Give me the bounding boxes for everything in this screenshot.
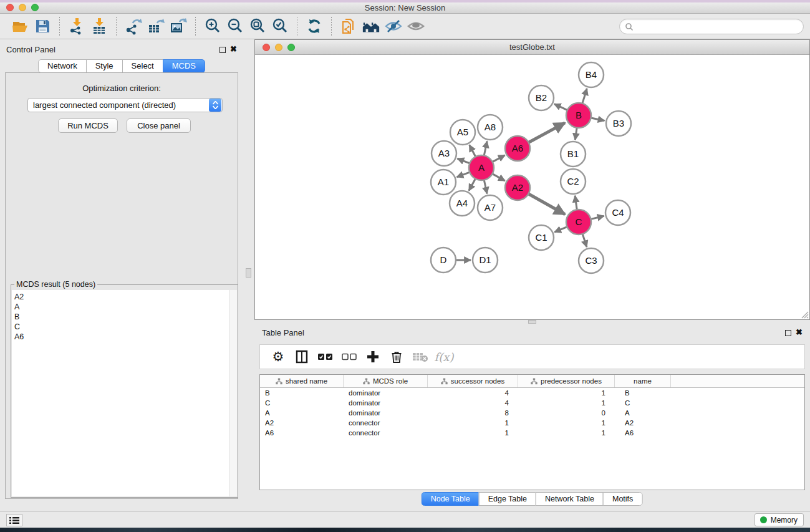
edge-A-A5[interactable] — [470, 145, 476, 157]
optimization-criterion-select[interactable]: largest connected component (directed) — [27, 98, 223, 112]
node-A1[interactable]: A1 — [431, 170, 456, 195]
list-item[interactable]: B — [12, 312, 237, 322]
tab-style[interactable]: Style — [86, 59, 123, 73]
node-B[interactable]: B — [566, 103, 591, 128]
table-row[interactable]: Cdominator41C — [260, 398, 804, 408]
network-canvas[interactable]: B4B2BB3A8A5A6A3B1AA1C2A2A4A7C4CC1C3DD1 — [255, 55, 809, 319]
vertical-split-handle[interactable] — [246, 268, 251, 278]
column-header-successor-nodes[interactable]: successor nodes — [428, 375, 518, 387]
node-A8[interactable]: A8 — [478, 115, 503, 140]
list-item[interactable]: A6 — [12, 332, 237, 342]
node-C[interactable]: C — [566, 210, 591, 235]
search-input[interactable] — [634, 19, 803, 34]
delete-column-icon[interactable] — [387, 348, 406, 365]
node-B2[interactable]: B2 — [529, 85, 554, 110]
edge-C-C3[interactable] — [582, 234, 587, 247]
unselect-all-icon[interactable] — [340, 348, 359, 365]
gear-icon[interactable]: ⚙ — [269, 348, 287, 365]
edge-A-A8[interactable] — [484, 141, 487, 155]
column-header-mcds-role[interactable]: MCDS role — [344, 375, 428, 387]
mcds-result-list[interactable]: A2ABCA6 — [12, 290, 237, 496]
node-A2[interactable]: A2 — [505, 175, 530, 200]
search-field[interactable] — [619, 19, 804, 34]
column-header-shared-name[interactable]: shared name — [260, 375, 344, 387]
float-table-panel-icon[interactable] — [785, 330, 791, 336]
node-A4[interactable]: A4 — [450, 191, 475, 216]
close-panel-icon[interactable]: ✖ — [230, 44, 237, 54]
export-network-icon[interactable] — [124, 17, 143, 36]
run-mcds-button[interactable]: Run MCDS — [58, 118, 118, 133]
edge-A2-C[interactable] — [528, 194, 565, 215]
edge-A6-B[interactable] — [529, 123, 565, 143]
node-A7[interactable]: A7 — [478, 195, 503, 220]
zoom-in-icon[interactable] — [203, 17, 222, 36]
tab-network[interactable]: Network — [38, 59, 87, 73]
column-header-predecessor-nodes[interactable]: predecessor nodes — [518, 375, 615, 387]
node-C1[interactable]: C1 — [529, 225, 554, 250]
node-D[interactable]: D — [431, 248, 456, 273]
edge-B-B2[interactable] — [554, 104, 567, 110]
edge-A-A6[interactable] — [493, 155, 505, 162]
add-column-icon[interactable] — [364, 348, 382, 365]
select-all-icon[interactable] — [316, 348, 335, 365]
show-details-icon[interactable] — [407, 17, 425, 36]
tab-mcds[interactable]: MCDS — [163, 59, 205, 73]
close-table-panel-icon[interactable]: ✖ — [796, 327, 803, 337]
table-row[interactable]: A2connector11A2 — [260, 418, 804, 428]
edge-C-C4[interactable] — [591, 216, 604, 219]
import-table-icon[interactable] — [90, 17, 108, 36]
task-history-button[interactable] — [6, 514, 22, 526]
open-file-icon[interactable] — [11, 17, 29, 36]
edge-C-C1[interactable] — [554, 227, 567, 232]
node-A5[interactable]: A5 — [450, 120, 475, 145]
scrollbar-track[interactable] — [229, 290, 237, 496]
list-item[interactable]: C — [12, 322, 237, 332]
refresh-icon[interactable] — [305, 17, 324, 36]
edge-A-A2[interactable] — [493, 174, 505, 181]
node-B1[interactable]: B1 — [561, 142, 586, 167]
horizontal-split-handle[interactable] — [528, 320, 536, 324]
close-panel-button[interactable]: Close panel — [127, 118, 191, 133]
zoom-out-icon[interactable] — [226, 17, 244, 36]
node-B4[interactable]: B4 — [579, 62, 604, 87]
columns-icon[interactable] — [292, 348, 311, 365]
zoom-selected-icon[interactable] — [271, 17, 289, 36]
list-item[interactable]: A — [12, 302, 237, 312]
column-header-name[interactable]: name — [615, 375, 671, 387]
node-B3[interactable]: B3 — [606, 111, 631, 136]
float-panel-icon[interactable] — [219, 47, 226, 53]
network-file-icon[interactable] — [339, 17, 358, 36]
node-C4[interactable]: C4 — [605, 200, 630, 225]
table-row[interactable]: A6connector11A6 — [260, 428, 804, 438]
node-A[interactable]: A — [469, 155, 494, 180]
save-session-icon[interactable] — [33, 17, 52, 36]
tab-node-table[interactable]: Node Table — [422, 492, 480, 506]
edge-B-B4[interactable] — [582, 89, 587, 104]
export-table-icon[interactable] — [147, 17, 165, 36]
table-row[interactable]: Adominator80A — [260, 408, 804, 418]
hide-details-icon[interactable] — [384, 17, 403, 36]
zoom-fit-icon[interactable] — [248, 17, 267, 36]
export-image-icon[interactable] — [169, 17, 188, 36]
edge-C-C2[interactable] — [575, 196, 577, 210]
node-C3[interactable]: C3 — [579, 248, 604, 273]
tab-motifs[interactable]: Motifs — [603, 492, 642, 506]
edge-A-A4[interactable] — [469, 179, 475, 191]
edge-B-B3[interactable] — [591, 118, 605, 120]
tab-network-table[interactable]: Network Table — [536, 492, 604, 506]
resize-grip-icon[interactable] — [800, 310, 809, 319]
tab-edge-table[interactable]: Edge Table — [479, 492, 536, 506]
node-A3[interactable]: A3 — [432, 141, 456, 166]
table-row[interactable]: Bdominator41B — [260, 388, 804, 398]
node-A6[interactable]: A6 — [505, 136, 530, 161]
node-D1[interactable]: D1 — [473, 248, 498, 273]
home-network-icon[interactable] — [362, 17, 380, 36]
edge-B-B1[interactable] — [575, 128, 577, 140]
tab-select[interactable]: Select — [122, 59, 163, 73]
edge-A-A7[interactable] — [484, 180, 487, 194]
memory-button[interactable]: Memory — [755, 513, 804, 526]
node-C2[interactable]: C2 — [561, 169, 586, 194]
edge-A-A3[interactable] — [457, 158, 470, 163]
import-network-icon[interactable] — [67, 17, 86, 36]
list-item[interactable]: A2 — [12, 290, 237, 302]
